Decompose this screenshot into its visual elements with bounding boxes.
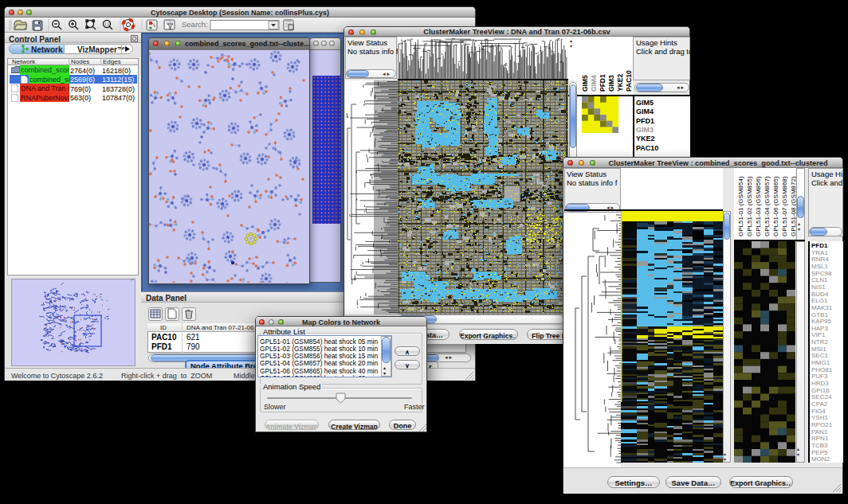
svg-text:Search:: Search: — [182, 20, 208, 29]
svg-text:1:1: 1:1 — [104, 22, 110, 26]
